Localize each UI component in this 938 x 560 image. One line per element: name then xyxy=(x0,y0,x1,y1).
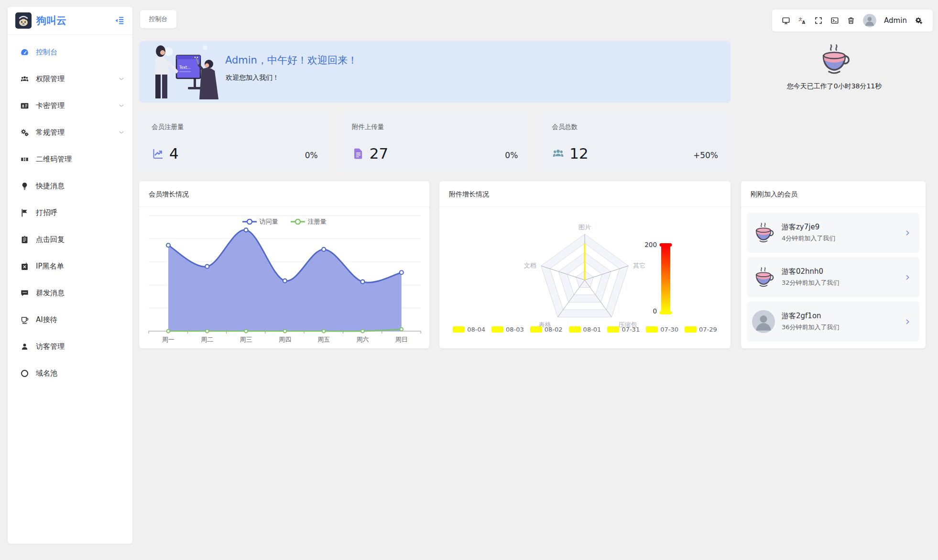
sidebar-item-label: 卡密管理 xyxy=(36,101,65,110)
welcome-illustration: Text... xyxy=(148,41,223,101)
sidebar-item-打招呼[interactable]: 打招呼 xyxy=(8,199,132,226)
member-name: 游客02hnh0 xyxy=(782,267,905,276)
chevron-right-icon xyxy=(905,274,911,280)
qrcode-icon xyxy=(20,155,29,164)
svg-text:其它: 其它 xyxy=(633,262,645,269)
sidebar-item-群发消息[interactable]: 群发消息 xyxy=(8,280,132,306)
lightbulb-icon xyxy=(20,182,29,191)
stat-label: 会员总数 xyxy=(552,123,718,131)
stat-delta: +50% xyxy=(693,151,718,160)
coffee-cup-icon xyxy=(817,42,851,76)
legend-marker-icon xyxy=(242,219,257,225)
comments-icon xyxy=(20,289,29,298)
terminal-icon[interactable] xyxy=(830,16,839,25)
radar-legend-chip-icon xyxy=(569,326,581,333)
sidebar-item-label: 二维码管理 xyxy=(36,155,72,164)
stat-card-会员总数: 会员总数12+50% xyxy=(539,112,731,172)
sidebar: 狗叫云 控制台权限管理卡密管理常规管理二维码管理快捷消息打招呼点击回复IP黑名单… xyxy=(8,7,132,544)
radar-legend-chip-icon xyxy=(491,326,503,333)
radar-legend-item-08-02[interactable]: 08-02 xyxy=(530,326,563,333)
sidebar-item-域名池[interactable]: 域名池 xyxy=(8,360,132,387)
topbar-actions: 文AAdmin xyxy=(772,10,933,32)
member-list-item[interactable]: 游客02hnh0 32分钟前加入了我们 xyxy=(747,257,919,297)
welcome-title: Admin，中午好！欢迎回来！ xyxy=(225,54,358,67)
settings-gears-icon[interactable] xyxy=(915,16,923,25)
attachment-growth-panel: 附件增长情况 图片其它压缩包表格文档 2000 08-0408-0308-020… xyxy=(439,181,731,348)
svg-text:周一: 周一 xyxy=(162,336,175,343)
blacklist-icon xyxy=(20,262,29,271)
member-join-time: 36分钟前加入了我们 xyxy=(782,323,905,332)
radar-legend-label: 08-03 xyxy=(506,326,524,333)
member-join-time: 32分钟前加入了我们 xyxy=(782,279,905,287)
svg-text:周日: 周日 xyxy=(395,336,408,343)
sidebar-item-label: 点击回复 xyxy=(36,235,65,244)
svg-text:文档: 文档 xyxy=(524,262,536,269)
radar-legend-item-08-03[interactable]: 08-03 xyxy=(491,326,524,333)
legend-item-访问量[interactable]: 访问量 xyxy=(242,217,278,226)
trash-icon[interactable] xyxy=(847,16,855,25)
chevron-down-icon xyxy=(118,102,125,109)
member-list-item[interactable]: 游客2gf1on 36分钟前加入了我们 xyxy=(747,302,919,342)
sidebar-item-label: 快捷消息 xyxy=(36,182,65,191)
legend-item-注册量[interactable]: 注册量 xyxy=(291,217,327,226)
radar-legend-item-08-01[interactable]: 08-01 xyxy=(569,326,601,333)
stat-card-会员注册量: 会员注册量40% xyxy=(139,112,330,172)
sidebar-item-label: AI接待 xyxy=(36,315,57,324)
person-avatar-icon xyxy=(752,310,775,333)
radar-legend-item-07-31[interactable]: 07-31 xyxy=(607,326,640,333)
fullscreen-icon[interactable] xyxy=(814,16,823,25)
svg-text:A: A xyxy=(802,20,806,25)
svg-text:周四: 周四 xyxy=(279,336,291,343)
monitor-icon[interactable] xyxy=(782,16,790,25)
breadcrumb-tab-dashboard[interactable]: 控制台 xyxy=(140,10,176,28)
sidebar-item-AI接待[interactable]: AI接待 xyxy=(8,306,132,333)
member-growth-panel: 会员增长情况 访问量注册量 周一周二周三周四周五周六周日 xyxy=(139,181,429,348)
cup-avatar-icon xyxy=(752,266,775,289)
sidebar-collapse-icon[interactable] xyxy=(114,15,125,26)
svg-text:周六: 周六 xyxy=(357,336,369,343)
radar-legend-item-07-30[interactable]: 07-30 xyxy=(646,326,678,333)
stat-card-附件上传量: 附件上传量270% xyxy=(339,112,531,172)
svg-text:周二: 周二 xyxy=(201,336,213,343)
user-avatar[interactable] xyxy=(863,14,876,27)
users-icon xyxy=(20,75,29,84)
radar-legend-chip-icon xyxy=(530,326,542,333)
welcome-banner: Text... Admin，中午好！欢迎回来！ 欢迎您加入我们！ xyxy=(139,41,731,103)
member-list-item[interactable]: 游客zy7je9 4分钟前加入了我们 xyxy=(747,213,919,253)
radar-legend-item-07-29[interactable]: 07-29 xyxy=(685,326,717,333)
radar-legend-item-08-04[interactable]: 08-04 xyxy=(453,326,485,333)
sidebar-item-权限管理[interactable]: 权限管理 xyxy=(8,65,132,92)
new-members-panel: 刚刚加入的会员 游客zy7je9 4分钟前加入了我们游客02hnh0 32分钟前… xyxy=(741,181,926,348)
radar-chart-legend: 08-0408-0308-0208-0107-3107-3007-29 xyxy=(439,326,731,333)
radar-legend-label: 07-31 xyxy=(622,326,640,333)
stat-label: 会员注册量 xyxy=(152,123,318,131)
chevron-down-icon xyxy=(118,75,125,82)
user-name[interactable]: Admin xyxy=(884,16,907,25)
stat-value: 4 xyxy=(169,145,179,162)
radar-legend-label: 08-04 xyxy=(467,326,485,333)
translate-icon[interactable]: 文A xyxy=(798,16,807,25)
radar-legend-chip-icon xyxy=(646,326,658,333)
sidebar-item-访客管理[interactable]: 访客管理 xyxy=(8,333,132,360)
sidebar-item-IP黑名单[interactable]: IP黑名单 xyxy=(8,253,132,280)
sidebar-logo-row: 狗叫云 xyxy=(8,7,132,35)
line-chart-legend: 访问量注册量 xyxy=(139,217,429,226)
sidebar-item-快捷消息[interactable]: 快捷消息 xyxy=(8,172,132,199)
clipboard-icon xyxy=(20,235,29,244)
sidebar-item-二维码管理[interactable]: 二维码管理 xyxy=(8,146,132,172)
member-growth-chart: 周一周二周三周四周五周六周日 xyxy=(139,181,429,348)
sidebar-item-常规管理[interactable]: 常规管理 xyxy=(8,119,132,146)
sidebar-item-控制台[interactable]: 控制台 xyxy=(8,39,132,65)
dashboard-icon xyxy=(20,48,29,57)
app-logo xyxy=(15,12,32,29)
radar-legend-chip-icon xyxy=(685,326,697,333)
member-join-time: 4分钟前加入了我们 xyxy=(782,234,905,243)
worktime-widget: 您今天已工作了0小时38分11秒 xyxy=(760,42,908,91)
sidebar-item-label: 常规管理 xyxy=(36,128,65,137)
radar-legend-label: 08-01 xyxy=(583,326,601,333)
sidebar-item-点击回复[interactable]: 点击回复 xyxy=(8,226,132,253)
stat-value: 27 xyxy=(370,145,388,162)
sidebar-item-卡密管理[interactable]: 卡密管理 xyxy=(8,92,132,119)
visitor-icon xyxy=(20,342,29,351)
stat-label: 附件上传量 xyxy=(352,123,518,131)
